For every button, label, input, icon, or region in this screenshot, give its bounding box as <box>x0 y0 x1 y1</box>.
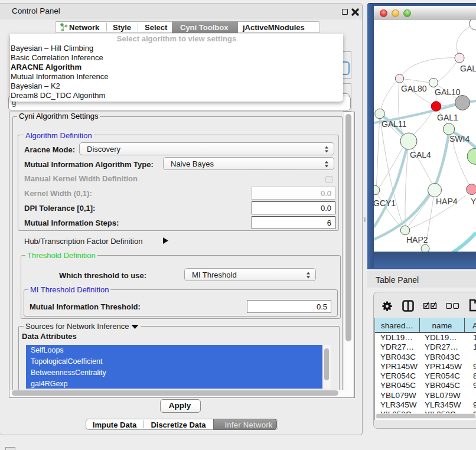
svg-text:GCY1: GCY1 <box>374 198 396 208</box>
svg-text:Y: Y <box>471 197 476 206</box>
svg-text:GAL80: GAL80 <box>401 84 427 93</box>
svg-text:GAL11: GAL11 <box>382 119 407 129</box>
svg-text:HAP4: HAP4 <box>436 197 458 206</box>
svg-text:GAL10: GAL10 <box>435 87 461 97</box>
svg-text:GAL1: GAL1 <box>437 113 458 122</box>
svg-text:GAL7: GAL7 <box>460 64 476 73</box>
svg-text:GAL4: GAL4 <box>410 150 431 159</box>
svg-text:SWI4: SWI4 <box>449 134 470 144</box>
svg-text:HAP2: HAP2 <box>406 235 428 244</box>
